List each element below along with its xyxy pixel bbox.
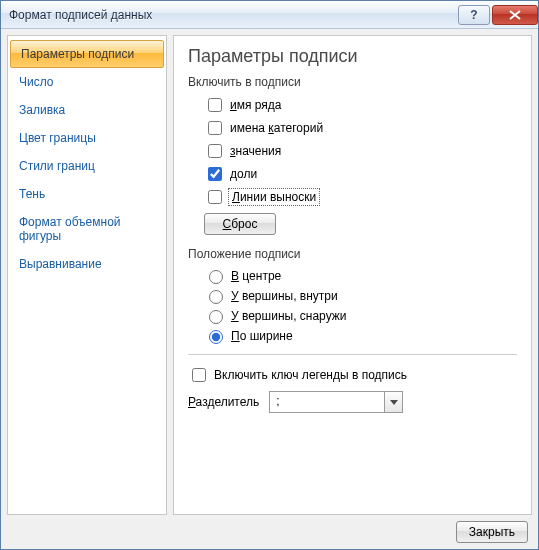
checkbox-series-name[interactable] [208, 98, 222, 112]
label-legend-key: Включить ключ легенды в подпись [214, 368, 407, 382]
chevron-down-icon [390, 400, 398, 405]
label-category-names: имена категорий [230, 121, 323, 135]
radio-inside-end[interactable] [209, 290, 223, 304]
reset-button[interactable]: Сброс [204, 213, 276, 235]
separator-value: ; [270, 392, 384, 412]
checkbox-percentages[interactable] [208, 167, 222, 181]
dialog-body: Параметры подписи Число Заливка Цвет гра… [1, 29, 538, 549]
position-group-label: Положение подписи [188, 247, 517, 261]
include-group-label: Включить в подписи [188, 75, 517, 89]
content-heading: Параметры подписи [188, 46, 517, 67]
content-panel: Параметры подписи Включить в подписи имя… [173, 35, 532, 515]
dialog-footer: Закрыть [7, 515, 532, 545]
sidebar-item-alignment[interactable]: Выравнивание [8, 250, 166, 278]
titlebar: Формат подписей данных ? [1, 1, 538, 29]
checkbox-category-names[interactable] [208, 121, 222, 135]
window-title: Формат подписей данных [9, 8, 456, 22]
radio-center[interactable] [209, 270, 223, 284]
label-center: В центре [231, 269, 281, 283]
sidebar-item-border-color[interactable]: Цвет границы [8, 124, 166, 152]
sidebar-item-label-options[interactable]: Параметры подписи [10, 40, 164, 68]
checkbox-legend-key[interactable] [192, 368, 206, 382]
label-values: значения [230, 144, 281, 158]
close-window-button[interactable] [492, 5, 538, 25]
sidebar-item-fill[interactable]: Заливка [8, 96, 166, 124]
sidebar-item-3d-format[interactable]: Формат объемной фигуры [8, 208, 166, 250]
combo-dropdown-button[interactable] [384, 392, 402, 412]
radio-best-fit[interactable] [209, 330, 223, 344]
separator-label: Разделитель [188, 395, 259, 409]
radio-outside-end[interactable] [209, 310, 223, 324]
close-button[interactable]: Закрыть [456, 521, 528, 543]
divider [188, 354, 517, 355]
close-icon [509, 10, 521, 20]
label-inside-end: У вершины, внутри [231, 289, 338, 303]
label-best-fit: По ширине [231, 329, 293, 343]
sidebar-item-shadow[interactable]: Тень [8, 180, 166, 208]
checkbox-leader-lines[interactable] [208, 190, 222, 204]
label-series-name: имя ряда [230, 98, 282, 112]
sidebar: Параметры подписи Число Заливка Цвет гра… [7, 35, 167, 515]
help-button[interactable]: ? [458, 5, 490, 25]
sidebar-item-border-styles[interactable]: Стили границ [8, 152, 166, 180]
label-leader-lines: Линии выноски [230, 190, 318, 204]
checkbox-values[interactable] [208, 144, 222, 158]
label-outside-end: У вершины, снаружи [231, 309, 347, 323]
separator-combobox[interactable]: ; [269, 391, 403, 413]
sidebar-item-number[interactable]: Число [8, 68, 166, 96]
dialog-window: Формат подписей данных ? Параметры подпи… [0, 0, 539, 550]
label-percentages: доли [230, 167, 257, 181]
